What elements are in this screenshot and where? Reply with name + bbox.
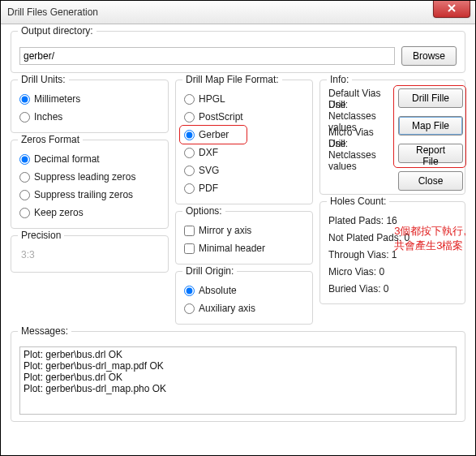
origin-auxiliary[interactable]: Auxiliary axis xyxy=(184,299,304,317)
window-close-button[interactable] xyxy=(433,1,470,18)
mapfmt-dxf[interactable]: DXF xyxy=(184,144,304,161)
info-legend: Info: xyxy=(327,74,352,85)
drill-map-format-group: Drill Map File Format: HPGL PostScript G… xyxy=(175,80,313,204)
mapfmt-gerber[interactable]: Gerber xyxy=(184,126,304,144)
precision-legend: Precision xyxy=(18,230,64,241)
holes-buried: Buried Vias: 0 xyxy=(328,280,461,297)
option-mirror-y[interactable]: Mirror y axis xyxy=(184,222,304,239)
zeros-format-legend: Zeros Format xyxy=(18,134,83,145)
messages-box[interactable]: Plot: gerber\bus.drl OK Plot: gerber\bus… xyxy=(19,346,457,415)
drill-map-format-legend: Drill Map File Format: xyxy=(182,74,282,85)
messages-group: Messages: Plot: gerber\bus.drl OK Plot: … xyxy=(11,331,465,422)
mapfmt-postscript[interactable]: PostScript xyxy=(184,108,304,126)
output-directory-legend: Output directory: xyxy=(18,25,96,37)
output-directory-input[interactable] xyxy=(19,47,395,65)
holes-count-legend: Holes Count: xyxy=(327,196,389,207)
drill-origin-legend: Drill Origin: xyxy=(182,265,237,277)
window-title: Drill Files Generation xyxy=(7,6,98,18)
info-usenet1: Use Netclasses values xyxy=(328,107,392,124)
units-inches[interactable]: Inches xyxy=(19,108,160,126)
origin-absolute[interactable]: Absolute xyxy=(184,282,304,299)
units-millimeters[interactable]: Millimeters xyxy=(19,90,160,108)
mapfmt-pdf[interactable]: PDF xyxy=(184,179,304,197)
holes-micro: Micro Vias: 0 xyxy=(328,263,461,280)
message-line: Plot: gerber\bus-drl_map.pdf OK xyxy=(24,360,452,372)
messages-legend: Messages: xyxy=(18,325,71,337)
message-line: Plot: gerber\bus-drl_map.pho OK xyxy=(24,383,452,394)
drill-units-group: Drill Units: Millimeters Inches xyxy=(11,80,169,133)
zeros-suppress-leading[interactable]: Suppress leading zeros xyxy=(19,168,160,186)
drill-units-legend: Drill Units: xyxy=(18,74,69,85)
mapfmt-hpgl[interactable]: HPGL xyxy=(184,90,304,108)
options-group: Options: Mirror y axis Minimal header xyxy=(175,211,313,265)
drill-file-button[interactable]: Drill Fille xyxy=(398,88,463,108)
message-line: Plot: gerber\bus.drl OK xyxy=(24,349,452,360)
option-minimal-header[interactable]: Minimal header xyxy=(184,239,304,257)
output-directory-group: Output directory: Browse xyxy=(11,31,465,73)
zeros-format-group: Zeros Format Decimal format Suppress lea… xyxy=(11,140,169,229)
zeros-suppress-trailing[interactable]: Suppress trailing zeros xyxy=(19,186,160,204)
info-usenet2: Use Netclasses values xyxy=(328,146,392,163)
browse-button[interactable]: Browse xyxy=(401,46,457,66)
drill-origin-group: Drill Origin: Absolute Auxiliary axis xyxy=(175,271,313,325)
title-bar: Drill Files Generation xyxy=(1,1,475,24)
precision-value: 3:3 xyxy=(19,246,160,264)
mapfmt-svg[interactable]: SVG xyxy=(184,161,304,179)
info-group: Info: Default Vias Drill: Use Netclasses… xyxy=(319,80,465,195)
zeros-keep[interactable]: Keep zeros xyxy=(19,204,160,222)
annotation-text: 3個都按下執行, 共會產生3檔案 xyxy=(394,224,466,253)
message-line: Plot: gerber\bus.drl OK xyxy=(24,372,452,383)
map-file-button[interactable]: Map File xyxy=(398,116,463,136)
report-file-button[interactable]: Report File xyxy=(398,144,463,163)
zeros-decimal[interactable]: Decimal format xyxy=(19,150,160,168)
precision-group: Precision 3:3 xyxy=(11,235,169,273)
options-legend: Options: xyxy=(182,205,225,217)
close-button[interactable]: Close xyxy=(398,171,463,191)
